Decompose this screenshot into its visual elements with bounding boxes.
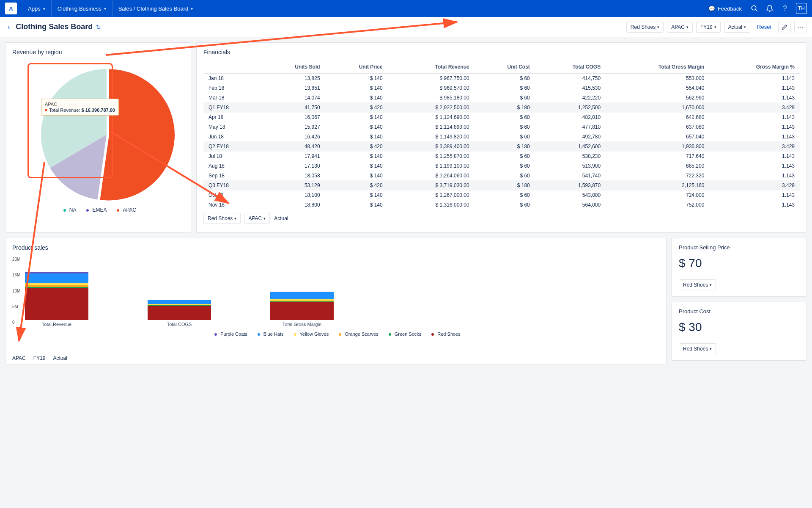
filter-region[interactable]: APAC▾	[667, 22, 693, 33]
table-row[interactable]: Q3 FY1853,129$ 420$ 3,719,030.00$ 1801,5…	[203, 181, 800, 190]
kpi-value: $ 70	[679, 257, 800, 270]
kpi-price-filter[interactable]: Red Shoes▾	[679, 279, 716, 290]
chevron-down-icon: ▾	[263, 216, 266, 221]
chevron-down-icon: ▾	[710, 347, 712, 351]
table-row[interactable]: Jun 1816,426$ 140$ 1,149,820.00$ 60492,7…	[203, 132, 800, 142]
table-row[interactable]: Q2 FY1848,420$ 420$ 3,389,400.00$ 1801,4…	[203, 142, 800, 152]
table-row[interactable]: Q1 FY1841,750$ 420$ 2,922,500.00$ 1801,2…	[203, 103, 800, 113]
table-row[interactable]: Nov 1818,800$ 140$ 1,316,000.00$ 60564,0…	[203, 200, 800, 209]
filter-version[interactable]: Actual▾	[724, 22, 750, 33]
fin-filter-version: Actual	[273, 213, 289, 224]
svg-line-1	[755, 9, 757, 11]
table-row[interactable]: May 1815,927$ 140$ 1,114,890.00$ 60477,8…	[203, 122, 800, 132]
table-row[interactable]: Aug 1817,130$ 140$ 1,199,100.00$ 60513,9…	[203, 161, 800, 171]
more-button[interactable]: ⋯	[794, 21, 807, 33]
top-navbar: A Apps▾ Clothing Business▾ Sales / Cloth…	[0, 0, 812, 17]
back-button[interactable]: ‹	[5, 21, 12, 33]
help-icon[interactable]: ?	[781, 4, 789, 13]
card-title: Financials	[203, 49, 800, 55]
search-icon[interactable]	[750, 4, 759, 13]
table-row[interactable]: Feb 1813,851$ 140$ 969,570.00$ 60415,530…	[203, 83, 800, 93]
reset-button[interactable]: Reset	[754, 22, 775, 32]
financials-table[interactable]: Units SoldUnit PriceTotal RevenueUnit Co…	[203, 61, 800, 209]
table-row[interactable]: Jul 1817,941$ 140$ 1,255,870.00$ 60538,2…	[203, 152, 800, 161]
chevron-down-icon: ▾	[686, 25, 689, 29]
filter-product[interactable]: Red Shoes▾	[626, 22, 664, 33]
page-title: Clothing Sales Board	[16, 22, 93, 31]
card-title: Revenue by region	[12, 49, 184, 55]
chevron-down-icon: ▾	[234, 216, 236, 221]
table-row[interactable]: Jan 1813,825$ 140$ 967,750.00$ 60414,750…	[203, 74, 800, 83]
product-sales-chart[interactable]: Total RevenueTotal COGSTotal Gross Margi…	[25, 260, 659, 327]
nav-workspace[interactable]: Clothing Business▾	[51, 0, 112, 17]
refresh-icon[interactable]: ↻	[96, 24, 101, 30]
product-sales-card: Product sales 05M10M15M20M Total Revenue…	[5, 238, 667, 365]
card-title: Product sales	[12, 244, 659, 251]
edit-button[interactable]	[778, 21, 791, 33]
bell-icon[interactable]	[765, 4, 774, 13]
nav-breadcrumb[interactable]: Sales / Clothing Sales Board▾	[112, 0, 199, 17]
product-selling-price-card: Product Selling Price $ 70 Red Shoes▾	[672, 238, 807, 297]
chart-tooltip: APAC Total Revenue: $ 16,390,787.00	[41, 99, 119, 116]
chevron-down-icon: ▾	[744, 25, 746, 29]
feedback-button[interactable]: 💬Feedback	[707, 0, 743, 17]
product-cost-card: Product Cost $ 30 Red Shoes▾	[672, 302, 807, 361]
kpi-value: $ 30	[679, 320, 800, 334]
financials-card: Financials Units SoldUnit PriceTotal Rev…	[196, 42, 807, 233]
avatar[interactable]: TH	[796, 3, 807, 14]
bar-legend: Purple CoatsBlue HatsYellow GlovesOrange…	[12, 331, 659, 337]
chat-icon: 💬	[708, 6, 715, 12]
revenue-by-region-card: Revenue by region APAC Total Revenue: $ …	[5, 42, 191, 233]
dot-icon	[45, 109, 47, 111]
chevron-down-icon: ▾	[104, 6, 106, 11]
ps-filter-region: APAC	[12, 355, 26, 361]
chevron-down-icon: ▾	[657, 25, 659, 29]
fin-filter-product[interactable]: Red Shoes▾	[203, 213, 241, 224]
kpi-cost-filter[interactable]: Red Shoes▾	[679, 343, 716, 354]
chevron-down-icon: ▾	[191, 6, 193, 11]
pie-legend: NAEMEAAPAC	[12, 207, 184, 213]
chevron-down-icon: ▾	[714, 25, 716, 29]
ps-filter-year: FY19	[33, 355, 46, 361]
kpi-title: Product Cost	[679, 308, 800, 315]
page-subheader: ‹ Clothing Sales Board ↻ Red Shoes▾ APAC…	[0, 17, 812, 37]
app-logo[interactable]: A	[5, 3, 17, 14]
nav-apps[interactable]: Apps▾	[22, 0, 51, 17]
chevron-down-icon: ▾	[43, 6, 45, 11]
pie-chart[interactable]: APAC Total Revenue: $ 16,390,787.00	[18, 61, 178, 204]
chevron-down-icon: ▾	[710, 283, 712, 287]
svg-point-0	[752, 6, 756, 10]
kpi-title: Product Selling Price	[679, 244, 800, 251]
table-row[interactable]: Sep 1818,058$ 140$ 1,264,060.00$ 60541,7…	[203, 171, 800, 181]
fin-filter-region[interactable]: APAC▾	[244, 213, 270, 224]
table-row[interactable]: Oct 1818,100$ 140$ 1,267,000.00$ 60543,0…	[203, 190, 800, 200]
table-row[interactable]: Mar 1814,074$ 140$ 985,180.00$ 60422,220…	[203, 93, 800, 103]
annotation-highlight-box	[27, 63, 113, 178]
table-row[interactable]: Apr 1816,067$ 140$ 1,124,690.00$ 60482,0…	[203, 113, 800, 122]
filter-year[interactable]: FY19▾	[696, 22, 721, 33]
ps-filter-version: Actual	[53, 355, 67, 361]
